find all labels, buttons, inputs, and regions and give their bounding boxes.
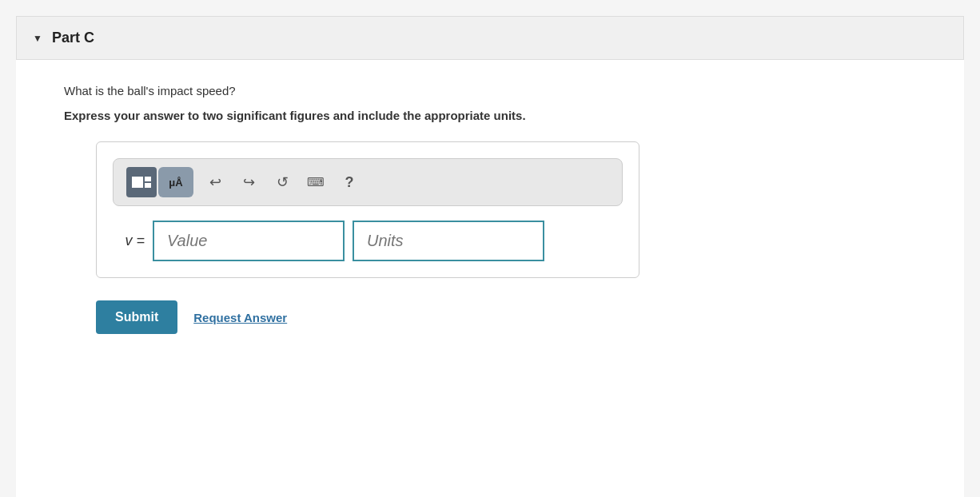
value-input[interactable]	[153, 221, 345, 261]
reset-button[interactable]: ↺	[270, 170, 294, 194]
template-buttons-group: μÅ	[126, 167, 193, 197]
undo-button[interactable]: ↩	[203, 170, 227, 194]
question-text: What is the ball's impact speed?	[64, 84, 916, 97]
help-button[interactable]: ?	[337, 170, 361, 194]
variable-label: v =	[113, 233, 145, 249]
chevron-down-icon: ▼	[33, 33, 42, 44]
answer-box: μÅ ↩ ↪ ↺ ⌨ ? v =	[96, 141, 639, 278]
redo-button[interactable]: ↪	[237, 170, 261, 194]
toolbar: μÅ ↩ ↪ ↺ ⌨ ?	[113, 158, 623, 206]
keyboard-button[interactable]: ⌨	[304, 170, 328, 194]
units-input[interactable]	[353, 221, 544, 261]
instruction-text: Express your answer to two significant f…	[64, 109, 916, 122]
action-row: Submit Request Answer	[96, 300, 916, 334]
input-row: v =	[113, 221, 623, 261]
content-area: What is the ball's impact speed? Express…	[16, 60, 964, 497]
template-icon-button[interactable]	[126, 167, 157, 197]
part-title: Part C	[52, 30, 94, 46]
mu-angstrom-button[interactable]: μÅ	[158, 167, 193, 197]
page-container: ▼ Part C What is the ball's impact speed…	[16, 16, 964, 497]
part-header: ▼ Part C	[16, 16, 964, 60]
submit-button[interactable]: Submit	[96, 300, 177, 334]
request-answer-button[interactable]: Request Answer	[193, 311, 287, 324]
